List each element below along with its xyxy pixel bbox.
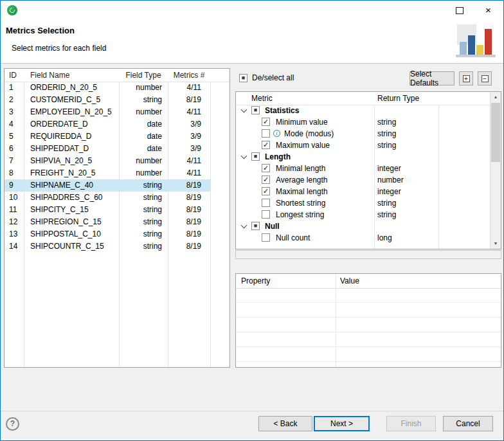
checkbox-partial-icon: ■ — [242, 75, 245, 81]
return-type: string — [377, 128, 396, 140]
table-row[interactable]: 11SHIPCITY_C_15string8/19 — [4, 204, 210, 216]
metric-checkbox[interactable] — [262, 210, 270, 219]
chevron-down-icon[interactable] — [241, 107, 248, 113]
cancel-button[interactable]: Cancel — [443, 416, 493, 431]
cell-field-name: CUSTOMERID_C_5 — [24, 94, 119, 106]
close-icon: × — [485, 1, 491, 20]
tree-group-row[interactable]: ■ Length — [236, 151, 491, 163]
deselect-all-checkbox[interactable]: ■ — [239, 74, 248, 82]
cell-field-type: string — [119, 192, 168, 204]
table-row[interactable]: 10SHIPADDRES_C_60string8/19 — [4, 192, 210, 204]
metric-checkbox[interactable] — [262, 199, 270, 207]
metric-checkbox[interactable] — [262, 233, 270, 242]
scroll-up-icon[interactable]: ▲ — [491, 92, 501, 102]
table-row[interactable]: 13SHIPPOSTAL_C_10string8/19 — [4, 228, 210, 240]
select-defaults-button[interactable]: Select Defaults — [410, 71, 455, 86]
cell-id: 13 — [4, 228, 24, 240]
tree-item-row[interactable]: ✓ Average length number — [236, 174, 491, 186]
cell-metrics: 3/9 — [168, 143, 210, 155]
cell-field-name: SHIPADDRES_C_60 — [24, 192, 119, 204]
column-header-value[interactable]: Value — [340, 274, 359, 288]
cell-id: 11 — [4, 204, 24, 216]
collapse-all-button[interactable]: − — [478, 71, 492, 86]
scrollbar-thumb[interactable] — [491, 103, 500, 162]
chevron-down-icon[interactable] — [241, 222, 248, 229]
table-row[interactable]: 2CUSTOMERID_C_5string8/19 — [4, 94, 210, 106]
vertical-scrollbar[interactable]: ▲ ▼ — [490, 92, 501, 249]
tree-item-row[interactable]: i Mode (modus) string — [236, 128, 491, 140]
tree-item-row[interactable]: ✓ Maximum value string — [236, 140, 491, 151]
cell-field-name: SHIPCITY_C_15 — [24, 204, 119, 216]
help-button[interactable]: ? — [6, 417, 19, 431]
titlebar: × — [1, 1, 503, 20]
empty-row — [236, 288, 501, 303]
table-row-selected[interactable]: 9SHIPNAME_C_40string8/19 — [4, 179, 210, 192]
column-header-id[interactable]: ID — [9, 69, 17, 82]
column-header-property[interactable]: Property — [241, 274, 270, 288]
table-row[interactable]: 12SHIPREGION_C_15string8/19 — [4, 216, 210, 228]
table-row[interactable]: 8FREIGHT_N_20_5number4/11 — [4, 167, 210, 179]
tree-item-row[interactable]: Shortest string string — [236, 197, 491, 209]
fields-table: ID Field Name Field Type Metrics # 1ORDE… — [4, 68, 230, 368]
deselect-all-label[interactable]: De/select all — [252, 74, 294, 82]
column-header-metric[interactable]: Metric — [251, 92, 273, 105]
metric-checkbox[interactable] — [262, 129, 270, 138]
property-table: Property Value — [235, 273, 501, 368]
tree-item-row[interactable]: Longest string string — [236, 209, 491, 221]
page-title: Metrics Selection — [6, 26, 75, 35]
group-label: Statistics — [265, 105, 299, 116]
tree-item-row[interactable]: Null count long — [236, 232, 491, 244]
cell-field-name: FREIGHT_N_20_5 — [24, 167, 119, 179]
group-checkbox[interactable]: ■ — [251, 106, 260, 114]
tree-item-row[interactable]: ✓ Minimum value string — [236, 116, 491, 128]
table-row[interactable]: 14SHIPCOUNTR_C_15string8/19 — [4, 240, 210, 253]
cell-id: 8 — [4, 167, 24, 179]
table-row[interactable]: 1ORDERID_N_20_5number4/11 — [4, 82, 210, 94]
metrics-tree-body: ■ Statistics ✓ Minimum value string i Mo… — [236, 105, 491, 244]
back-button[interactable]: < Back — [258, 416, 312, 431]
maximize-button[interactable] — [445, 1, 474, 20]
close-button[interactable]: × — [474, 1, 503, 20]
column-header-metrics[interactable]: Metrics # — [168, 69, 210, 82]
horizontal-scrollbar[interactable] — [235, 250, 501, 259]
cell-field-type: date — [119, 118, 168, 130]
cell-field-type: number — [119, 82, 168, 94]
cell-field-name: SHIPCOUNTR_C_15 — [24, 240, 119, 253]
finish-button: Finish — [386, 416, 436, 431]
metric-checkbox[interactable]: ✓ — [262, 141, 270, 149]
metric-checkbox[interactable]: ✓ — [262, 187, 270, 195]
tree-item-row[interactable]: ✓ Maximal length integer — [236, 186, 491, 197]
tree-group-row[interactable]: ■ Statistics — [236, 105, 491, 116]
table-row[interactable]: 4ORDERDATE_Ddate3/9 — [4, 118, 210, 130]
metric-checkbox[interactable]: ✓ — [262, 118, 270, 126]
cell-field-name: SHIPVIA_N_20_5 — [24, 155, 119, 167]
chevron-down-icon[interactable] — [241, 153, 248, 159]
metrics-selection-dialog: × Metrics Selection Select metrics for e… — [0, 0, 504, 441]
tree-group-row[interactable]: ■ Null — [236, 221, 491, 232]
metrics-toolbar: ■ De/select all Select Defaults + − — [235, 68, 501, 89]
group-checkbox[interactable]: ■ — [251, 152, 260, 161]
column-header-return-type[interactable]: Return Type — [377, 92, 419, 105]
cell-metrics: 8/19 — [168, 179, 210, 192]
metric-checkbox[interactable]: ✓ — [262, 164, 270, 172]
column-header-field-type[interactable]: Field Type — [119, 69, 168, 82]
cell-metrics: 3/9 — [168, 118, 210, 130]
scroll-down-icon[interactable]: ▼ — [491, 239, 501, 249]
next-button[interactable]: Next > — [314, 416, 370, 431]
table-row[interactable]: 7SHIPVIA_N_20_5number4/11 — [4, 155, 210, 167]
column-header-field-name[interactable]: Field Name — [30, 69, 69, 82]
group-checkbox[interactable]: ■ — [251, 222, 260, 230]
expand-all-button[interactable]: + — [459, 71, 473, 86]
app-icon — [7, 5, 17, 15]
cell-id: 14 — [4, 240, 24, 253]
group-label: Length — [265, 151, 291, 163]
metrics-tree-header: Metric Return Type — [236, 92, 491, 105]
cell-metrics: 3/9 — [168, 130, 210, 143]
metric-checkbox[interactable]: ✓ — [262, 176, 270, 184]
cell-id: 6 — [4, 143, 24, 155]
table-row[interactable]: 5REQUIREDDA_Ddate3/9 — [4, 130, 210, 143]
table-row[interactable]: 3EMPLOYEEID_N_20_5number4/11 — [4, 106, 210, 118]
metric-label: Longest string — [276, 209, 324, 221]
tree-item-row[interactable]: ✓ Minimal length integer — [236, 163, 491, 174]
table-row[interactable]: 6SHIPPEDDAT_Ddate3/9 — [4, 143, 210, 155]
